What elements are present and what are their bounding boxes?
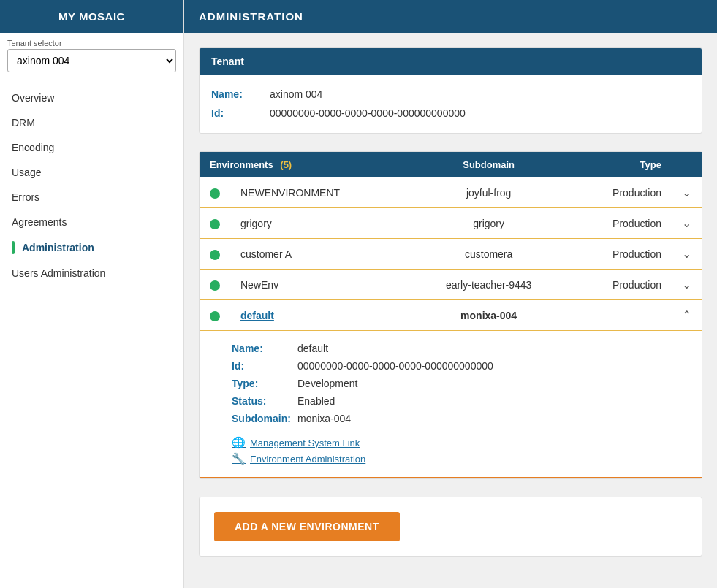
environments-col-name: Environments (5): [200, 152, 409, 177]
nav-label: Administration: [22, 242, 94, 253]
management-system-link[interactable]: 🌐 Management System Link: [232, 436, 691, 449]
env-name-cell: default: [230, 300, 409, 331]
environments-count: (5): [280, 159, 292, 170]
env-status-dot: [200, 239, 230, 270]
collapse-chevron[interactable]: ⌃: [672, 300, 702, 331]
env-type: Production: [568, 239, 672, 270]
env-subdomain: joyful-frog: [409, 177, 568, 208]
chevron-down-icon[interactable]: ⌄: [682, 278, 691, 291]
env-name: customer A: [240, 248, 292, 260]
detail-status-value: Enabled: [297, 394, 691, 408]
env-subdomain: early-teacher-9443: [409, 270, 568, 300]
type-col-header: Type: [568, 152, 672, 177]
chevron-down-icon[interactable]: ⌄: [682, 248, 691, 260]
expand-chevron[interactable]: ⌄: [672, 270, 702, 300]
detail-type-label: Type:: [232, 376, 297, 391]
chevron-up-icon[interactable]: ⌃: [682, 309, 691, 321]
env-name: NewEnv: [240, 279, 278, 291]
active-indicator: [12, 241, 15, 254]
detail-id-label: Id:: [232, 359, 297, 373]
expanded-detail-row: Name: default Id: 00000000-0000-0000-000…: [200, 331, 702, 478]
tenant-name-value: axinom 004: [270, 88, 322, 100]
tenant-name-label: Name:: [211, 88, 270, 100]
green-dot-icon: [210, 219, 220, 229]
add-environment-button[interactable]: ADD A NEW ENVIRONMENT: [214, 512, 400, 541]
green-dot-icon: [210, 250, 220, 260]
sidebar-item-errors[interactable]: Errors: [0, 185, 183, 210]
table-row: NEWENVIRONMENT joyful-frog Production ⌄: [200, 177, 702, 208]
environments-card: Environments (5) Subdomain Type NEWENVIR…: [199, 151, 702, 479]
expand-chevron[interactable]: ⌄: [672, 239, 702, 270]
tenant-name-row: Name: axinom 004: [211, 85, 690, 104]
sidebar-item-encoding[interactable]: Encoding: [0, 135, 183, 160]
sidebar-item-usage[interactable]: Usage: [0, 160, 183, 185]
env-name: NEWENVIRONMENT: [240, 187, 340, 199]
green-dot-icon: [210, 188, 220, 199]
sidebar-item-overview[interactable]: Overview: [0, 85, 183, 110]
table-row: default monixa-004 ⌃: [200, 300, 702, 331]
tenant-card-header: Tenant: [200, 48, 702, 75]
env-subdomain: customera: [409, 239, 568, 270]
tenant-selector-wrapper: axinom 004 axinom 003 axinom 002: [0, 49, 183, 80]
sidebar-item-agreements[interactable]: Agreements: [0, 210, 183, 234]
env-name-cell: NewEnv: [230, 270, 409, 300]
green-dot-icon: [210, 311, 220, 321]
env-name-link[interactable]: default: [240, 310, 274, 321]
tenant-select[interactable]: axinom 004 axinom 003 axinom 002: [7, 49, 176, 72]
globe-icon: 🌐: [232, 436, 246, 449]
env-subdomain: monixa-004: [409, 300, 568, 331]
env-type: Production: [568, 270, 672, 300]
environments-title: Environments: [210, 159, 273, 170]
nav-label: DRM: [12, 117, 35, 129]
environments-table: Environments (5) Subdomain Type NEWENVIR…: [200, 152, 702, 478]
wrench-icon: 🔧: [232, 452, 246, 465]
tenant-card-body: Name: axinom 004 Id: 00000000-0000-0000-…: [200, 75, 702, 133]
detail-subdomain-label: Subdomain:: [232, 411, 297, 426]
table-row: grigory grigory Production ⌄: [200, 208, 702, 239]
expand-chevron[interactable]: ⌄: [672, 177, 702, 208]
detail-type-value: Development: [297, 376, 691, 391]
chevron-down-icon[interactable]: ⌄: [682, 186, 691, 199]
table-row: NewEnv early-teacher-9443 Production ⌄: [200, 270, 702, 300]
env-status-dot: [200, 270, 230, 300]
main-header: ADMINISTRATION: [184, 0, 717, 33]
chevron-down-icon[interactable]: ⌄: [682, 217, 691, 229]
subdomain-col-header: Subdomain: [409, 152, 568, 177]
detail-name-label: Name:: [232, 341, 297, 356]
expand-chevron[interactable]: ⌄: [672, 208, 702, 239]
environment-admin-link[interactable]: 🔧 Environment Administration: [232, 452, 691, 465]
tenant-selector-label: Tenant selector: [0, 33, 183, 49]
env-status-dot: [200, 177, 230, 208]
expanded-detail-cell: Name: default Id: 00000000-0000-0000-000…: [200, 331, 702, 478]
tenant-id-label: Id:: [211, 107, 270, 119]
sidebar-item-users-administration[interactable]: Users Administration: [0, 261, 183, 286]
sidebar-item-administration[interactable]: Administration: [0, 234, 183, 261]
sidebar-item-drm[interactable]: DRM: [0, 110, 183, 135]
env-type: Production: [568, 208, 672, 239]
tenant-card: Tenant Name: axinom 004 Id: 00000000-000…: [199, 47, 702, 134]
nav-label: Encoding: [12, 142, 54, 153]
env-detail-info: Name: default Id: 00000000-0000-0000-000…: [232, 341, 691, 426]
table-row: customer A customera Production ⌄: [200, 239, 702, 270]
nav-label: Users Administration: [12, 267, 105, 279]
env-detail-links: 🌐 Management System Link 🔧 Environment A…: [232, 436, 691, 465]
env-type: [568, 300, 672, 331]
management-link-text[interactable]: Management System Link: [250, 438, 360, 448]
nav-label: Agreements: [12, 216, 67, 228]
nav-label: Errors: [12, 191, 39, 203]
nav-label: Usage: [12, 167, 41, 178]
env-admin-link-text[interactable]: Environment Administration: [250, 454, 365, 465]
env-name-cell: NEWENVIRONMENT: [230, 177, 409, 208]
env-name-cell: grigory: [230, 208, 409, 239]
chevron-col-header: [672, 152, 702, 177]
env-name: grigory: [240, 218, 272, 229]
sidebar-title: MY MOSAIC: [0, 0, 183, 33]
environments-table-header: Environments (5) Subdomain Type: [200, 152, 702, 177]
tenant-id-value: 00000000-0000-0000-0000-000000000000: [270, 107, 466, 119]
nav-list: Overview DRM Encoding Usage Errors Agree…: [0, 80, 183, 588]
tenant-id-row: Id: 00000000-0000-0000-0000-000000000000: [211, 104, 690, 123]
env-type: Production: [568, 177, 672, 208]
nav-label: Overview: [12, 92, 54, 104]
sidebar: MY MOSAIC Tenant selector axinom 004 axi…: [0, 0, 184, 588]
main-content-area: ADMINISTRATION Tenant Name: axinom 004 I…: [184, 0, 717, 588]
